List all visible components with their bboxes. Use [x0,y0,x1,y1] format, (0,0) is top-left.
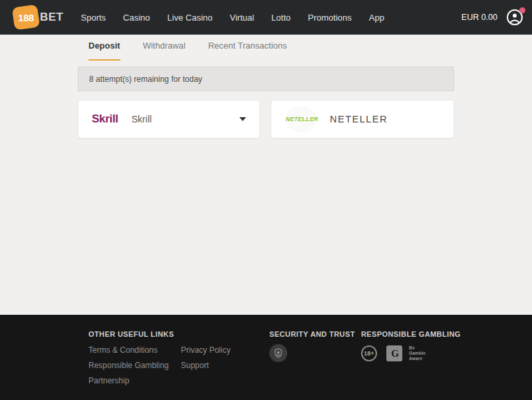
balance-display: EUR 0.00 [462,13,497,22]
attempts-notice: 8 attempt(s) remaining for today [78,67,454,91]
logo-badge: 188 [12,5,40,31]
wallet-tabs: Deposit Withdrawal Recent Transactions [88,41,287,61]
footer-link-responsible-gambling[interactable]: Responsible Gambling [88,361,169,370]
page: 188 BET Sports Casino Live Casino Virtua… [0,0,532,400]
nav-item-lotto[interactable]: Lotto [271,13,291,23]
notification-dot [519,7,525,13]
footer-link-support[interactable]: Support [181,361,209,370]
nav-item-live-casino[interactable]: Live Casino [168,13,213,23]
footer-link-terms[interactable]: Terms & Conditions [88,345,158,355]
user-account-icon[interactable] [505,8,524,27]
footer-heading-links: OTHER USEFUL LINKS [88,330,174,338]
skrill-label: Skrill [132,114,152,124]
main-nav: Sports Casino Live Casino Virtual Lotto … [81,13,384,23]
begambleaware-icon: Be Gamble Aware [409,345,426,361]
payment-method-neteller[interactable]: NETELLER NETELLER [271,100,454,138]
nav-item-app[interactable]: App [369,13,384,23]
footer-heading-responsible: RESPONSIBLE GAMBLING [361,330,461,338]
neteller-logo-circle: NETELLER [285,106,319,132]
topbar-right: EUR 0.00 [462,0,524,35]
footer: OTHER USEFUL LINKS Terms & Conditions Re… [0,315,532,400]
skrill-logo: Skrill [92,112,118,126]
neteller-logo: NETELLER [285,116,318,122]
tab-recent-transactions[interactable]: Recent Transactions [208,41,287,61]
chevron-down-icon[interactable] [239,117,246,121]
attempts-notice-text: 8 attempt(s) remaining for today [89,75,202,84]
nav-item-promotions[interactable]: Promotions [308,13,352,23]
logo-suffix: BET [40,11,64,24]
tab-deposit[interactable]: Deposit [88,41,120,61]
tab-withdrawal[interactable]: Withdrawal [143,41,186,61]
footer-heading-security: SECURITY AND TRUST [269,330,355,338]
nav-item-virtual[interactable]: Virtual [229,13,254,23]
logo-188bet[interactable]: 188 BET [13,6,64,29]
gamstop-icon: G [386,345,402,361]
neteller-label: NETELLER [330,114,388,124]
nav-item-sports[interactable]: Sports [81,13,106,23]
age-18-plus-icon: 18+ [361,345,377,361]
footer-link-privacy-policy[interactable]: Privacy Policy [181,345,231,355]
top-nav-bar: 188 BET Sports Casino Live Casino Virtua… [0,0,532,35]
nav-item-casino[interactable]: Casino [123,13,150,23]
payment-method-skrill-dropdown[interactable]: Skrill Skrill [78,100,260,138]
security-crest-icon [269,344,287,362]
footer-link-partnership[interactable]: Partnership [88,376,129,385]
